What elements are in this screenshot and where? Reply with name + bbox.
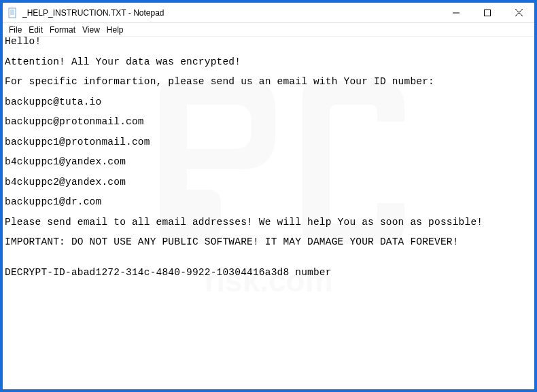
text-line-empty <box>5 67 532 77</box>
text-line: backuppc@protonmail.com <box>5 117 532 127</box>
close-button[interactable] <box>503 3 534 22</box>
text-line: Please send email to all email addresses… <box>5 217 532 228</box>
text-line: b4ckuppc2@yandex.com <box>5 177 532 188</box>
window-title: _HELP_INSTRUCTION.TXT - Notepad <box>22 8 440 18</box>
text-line-empty <box>5 87 532 97</box>
menu-format[interactable]: Format <box>46 24 79 35</box>
titlebar: _HELP_INSTRUCTION.TXT - Notepad <box>3 3 534 23</box>
text-line: Attention! All Your data was encrypted! <box>5 57 532 67</box>
text-line-empty <box>5 147 532 157</box>
text-line: Hello! <box>5 37 532 47</box>
window-controls <box>440 3 534 22</box>
text-line-empty <box>5 227 532 237</box>
text-line-empty <box>5 47 532 57</box>
text-line-empty <box>5 187 532 197</box>
maximize-button[interactable] <box>472 3 503 22</box>
text-line: For specific informartion, please send u… <box>5 77 532 87</box>
text-line: IMPORTANT: DO NOT USE ANY PUBLIC SOFTWAR… <box>5 237 532 247</box>
menu-file[interactable]: File <box>5 24 25 35</box>
text-line-empty <box>5 207 532 217</box>
menu-view[interactable]: View <box>79 24 103 35</box>
menu-edit[interactable]: Edit <box>25 24 46 35</box>
text-line-empty <box>5 247 532 257</box>
text-line-empty <box>5 107 532 117</box>
text-line: backuppc1@protonmail.com <box>5 137 532 147</box>
svg-rect-6 <box>485 10 491 16</box>
minimize-button[interactable] <box>440 3 472 22</box>
document-content[interactable]: Hello! Attention! All Your data was encr… <box>3 37 534 277</box>
text-line: b4ckuppc1@yandex.com <box>5 157 532 167</box>
menubar: File Edit Format View Help <box>3 23 534 37</box>
text-line-empty <box>5 257 532 268</box>
text-line: DECRYPT-ID-abad1272-314c-4840-9922-10304… <box>5 268 532 278</box>
text-line-empty <box>5 127 532 137</box>
text-line: backuppc1@dr.com <box>5 197 532 207</box>
notepad-icon <box>7 7 18 18</box>
text-line: backuppc@tuta.io <box>5 97 532 107</box>
menu-help[interactable]: Help <box>103 24 127 35</box>
text-line-empty <box>5 167 532 177</box>
